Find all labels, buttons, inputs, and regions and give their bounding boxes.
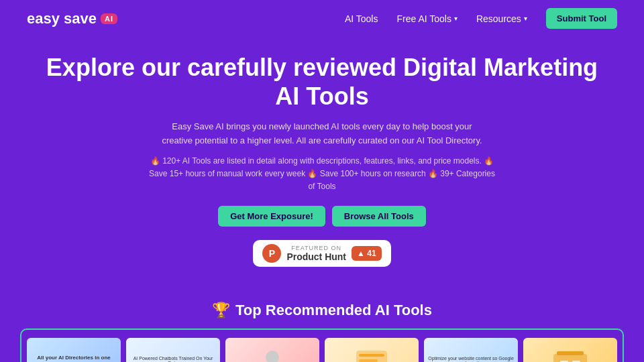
hero-features: 🔥 120+ AI Tools are listed in detail alo… <box>148 155 496 194</box>
browse-all-tools-button[interactable]: Browse All Tools <box>332 206 426 227</box>
section-title: 🏆 Top Recommended AI Tools <box>0 302 644 319</box>
chevron-down-icon: ▾ <box>524 15 527 22</box>
get-more-exposure-button[interactable]: Get More Exposure! <box>218 206 325 227</box>
nav-free-ai-tools[interactable]: Free AI Tools ▾ <box>396 13 457 24</box>
tool-card-syllaby: Syllaby VIEW TOOL <box>325 338 419 362</box>
product-hunt-badge[interactable]: P FEATURED ON Product Hunt ▲ 41 <box>253 240 390 267</box>
header: easy save AI AI Tools Free AI Tools ▾ Re… <box>0 0 644 37</box>
chevron-down-icon: ▾ <box>454 15 458 22</box>
nav-resources[interactable]: Resources ▾ <box>476 13 527 24</box>
svg-rect-4 <box>359 359 378 362</box>
tools-carousel: All your AI Directories in one place AI … <box>20 328 624 362</box>
ph-featured-label: FEATURED ON <box>286 245 346 251</box>
tool-card-submagic: Submagic VIEW TOOL <box>225 338 319 362</box>
svg-point-0 <box>266 351 279 362</box>
tool-thumb-neuronwriter: Optimize your website content so Google … <box>424 338 518 362</box>
ph-name: Product Hunt <box>286 251 346 262</box>
logo-text: easy save <box>27 10 97 27</box>
hero-headline: Explore our carefully reviewed Digital M… <box>27 53 617 111</box>
tool-thumb-ai-directories: All your AI Directories in one place <box>27 338 121 362</box>
hero-subtext: Easy Save AI brings you newly launched A… <box>161 120 483 148</box>
logo: easy save AI <box>27 10 117 27</box>
tool-thumb-syllaby <box>325 338 419 362</box>
tool-thumb-robinize <box>523 338 617 362</box>
svg-rect-3 <box>359 354 384 357</box>
tools-row: All your AI Directories in one place AI … <box>27 338 617 362</box>
ph-votes: ▲ 41 <box>352 246 382 261</box>
main-nav: AI Tools Free AI Tools ▾ Resources ▾ Sub… <box>345 8 617 29</box>
trophy-icon: 🏆 <box>212 302 230 319</box>
product-hunt-icon: P <box>262 244 281 263</box>
hero-section: Explore our carefully reviewed Digital M… <box>0 37 644 302</box>
svg-rect-7 <box>557 351 584 355</box>
product-hunt-text: FEATURED ON Product Hunt <box>286 245 346 262</box>
hero-buttons: Get More Exposure! Browse All Tools <box>27 206 617 227</box>
tool-thumb-fastbots: AI Powered Chatbots Trained On Your Data <box>126 338 220 362</box>
tool-card-ai-directories: All your AI Directories in one place AI … <box>27 338 121 362</box>
tool-thumb-submagic <box>225 338 319 362</box>
nav-ai-tools[interactable]: AI Tools <box>345 13 378 24</box>
tool-card-neuronwriter: Optimize your website content so Google … <box>424 338 518 362</box>
submit-tool-button[interactable]: Submit Tool <box>546 8 617 29</box>
tool-card-robinize: Robinize VIEW TOOL <box>523 338 617 362</box>
tool-card-fastbots: AI Powered Chatbots Trained On Your Data… <box>126 338 220 362</box>
logo-badge: AI <box>101 13 117 24</box>
